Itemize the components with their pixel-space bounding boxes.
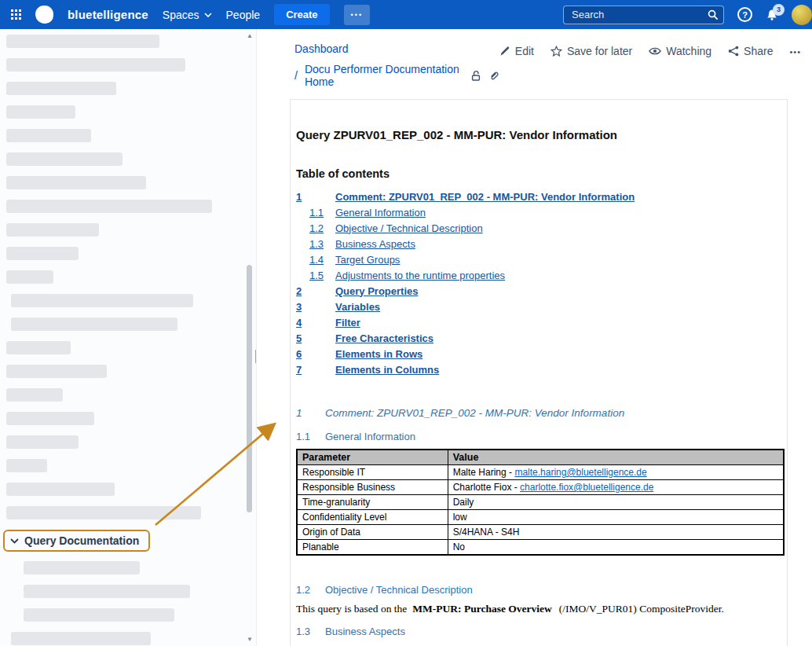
table-row: Responsible IT Malte Haring - malte.hari… [297,465,784,480]
brand-title[interactable]: bluetelligence [68,8,148,21]
breadcrumb-current-link[interactable]: Docu Performer Documentation Home [305,63,463,88]
create-button[interactable]: Create [274,4,329,25]
notifications-bell-icon[interactable]: 3 [766,9,778,21]
star-icon [550,46,562,57]
sidebar-skeleton-item [6,176,146,189]
attachment-paperclip-icon[interactable] [488,70,499,82]
section-heading-1-3: 1.3 Business Aspects [296,626,785,637]
app-grid-icon[interactable] [11,9,21,20]
table-row: Responsible Business Charlotte Fiox - ch… [297,480,784,495]
nav-people[interactable]: People [226,9,261,21]
toc-entry[interactable]: 2 Query Properties [296,283,785,299]
toc-number[interactable]: 7 [296,364,302,376]
breadcrumb-dashboard-link[interactable]: Dashboard [294,42,349,55]
scroll-down-icon[interactable]: ▼ [247,637,253,643]
toc-number[interactable]: 1.2 [309,222,324,234]
nav-spaces-label: Spaces [163,9,199,21]
toc-entry[interactable]: 1.4 Target Groups [296,251,785,267]
sidebar-skeleton-item [6,82,116,95]
toc-label[interactable]: Comment: ZPURV01_REP_002 - MM-PUR: Vendo… [335,191,635,203]
watching-button[interactable]: Watching [649,45,711,57]
toc-entry[interactable]: 1.1 General Information [296,204,785,220]
edit-button[interactable]: Edit [499,45,534,57]
search-icon[interactable] [708,9,719,20]
toc-label[interactable]: Filter [335,317,360,329]
sidebar-skeleton-item [6,58,185,72]
section-heading-1-1: 1.1 General Information [296,431,785,442]
sidebar-skeleton-item [6,365,107,378]
share-button[interactable]: Share [728,45,773,57]
sidebar-skeleton-item [6,270,53,284]
toc-entry[interactable]: 7 Elements in Columns [296,362,785,377]
sidebar-skeleton-item [6,483,115,496]
save-for-later-label: Save for later [567,45,632,57]
toc-label[interactable]: Elements in Columns [335,364,439,376]
nav-spaces[interactable]: Spaces [163,9,212,21]
save-for-later-button[interactable]: Save for later [550,45,632,57]
page-actions: Edit Save for later [499,42,801,88]
chevron-down-icon [204,13,212,17]
sidebar-skeleton-item [6,247,79,260]
toc-label[interactable]: Variables [335,301,380,313]
toc-entry[interactable]: 1.2 Objective / Technical Description [296,220,785,236]
toc-entry[interactable]: 3 Variables [296,299,785,314]
toc-label[interactable]: General Information [335,207,426,218]
help-icon[interactable]: ? [737,7,752,22]
sidebar-skeleton-item [6,412,94,425]
toc-label[interactable]: Objective / Technical Description [335,222,483,234]
sidebar-item-query-documentation[interactable]: Query Documentation [3,530,150,552]
email-link[interactable]: charlotte.fiox@bluetelligence.de [520,482,653,493]
toc-entry[interactable]: 6 Elements in Rows [296,346,785,362]
page-more-button[interactable]: ••• [789,45,801,57]
toc-entry[interactable]: 1.5 Adjustments to the runtime propertie… [296,267,785,283]
document-title: Query ZPURV01_REP_002 - MM-PUR: Vendor I… [296,128,785,141]
toc-number[interactable]: 6 [296,348,302,360]
toc-number[interactable]: 3 [296,301,302,313]
email-link[interactable]: malte.haring@bluetelligence.de [514,467,646,478]
sidebar-skeleton-item [6,152,123,166]
toc-label[interactable]: Elements in Rows [335,348,422,360]
topbar-more-button[interactable]: ••• [344,5,370,25]
table-row: Origin of Data S/4HANA - S4H [297,525,784,540]
toc-label[interactable]: Query Properties [335,285,419,297]
toc-number[interactable]: 2 [296,285,302,297]
sidebar-skeleton-item [6,341,71,354]
section-heading-1-2: 1.2 Objective / Technical Description [296,584,785,596]
toc-number[interactable]: 1 [296,191,302,203]
general-information-table: Parameter Value Responsible IT Malte Har… [296,449,785,556]
sidebar-skeleton-item [6,435,79,449]
bluetelligence-logo-icon[interactable] [35,6,53,24]
toc-entry[interactable]: 1 Comment: ZPURV01_REP_002 - MM-PUR: Ven… [296,189,785,204]
breadcrumb-separator: / [294,69,298,82]
section-heading-1: 1 Comment: ZPURV01_REP_002 - MM-PUR: Ven… [296,407,785,419]
toc-label[interactable]: Target Groups [335,254,400,266]
toc-entry[interactable]: 1.3 Business Aspects [296,236,785,251]
breadcrumb: Dashboard / Docu Performer Documentation… [294,42,499,88]
toc-number[interactable]: 5 [296,332,302,344]
toc-number[interactable]: 1.1 [309,207,324,218]
toc-label[interactable]: Business Aspects [335,238,415,250]
sidebar-skeleton-item [6,35,159,48]
document-preview: Query ZPURV01_REP_002 - MM-PUR: Vendor I… [290,99,788,646]
toc-number[interactable]: 1.3 [309,238,324,250]
toc-heading: Table of contents [296,167,785,180]
sidebar-scrollbar[interactable] [247,265,252,512]
sidebar-skeleton-item [6,200,212,213]
watching-label: Watching [666,45,711,57]
scroll-up-icon[interactable]: ▲ [247,33,253,39]
sidebar-skeleton-item [11,317,177,331]
unlock-icon[interactable] [470,70,481,82]
description-paragraph: This query is based on theMM-PUR: Purcha… [296,603,785,615]
user-avatar[interactable] [792,5,812,25]
toc-label[interactable]: Free Characteristics [335,332,433,344]
chevron-down-icon [10,538,19,544]
toc-entry[interactable]: 4 Filter [296,314,785,330]
column-header-parameter: Parameter [297,450,448,465]
toc-label[interactable]: Adjustments to the runtime properties [335,270,505,281]
search-input[interactable] [563,6,724,24]
toc-number[interactable]: 4 [296,317,302,329]
toc-number[interactable]: 1.4 [309,254,324,266]
toc-number[interactable]: 1.5 [309,270,324,281]
sidebar-skeleton-item [11,632,151,645]
toc-entry[interactable]: 5 Free Characteristics [296,330,785,346]
